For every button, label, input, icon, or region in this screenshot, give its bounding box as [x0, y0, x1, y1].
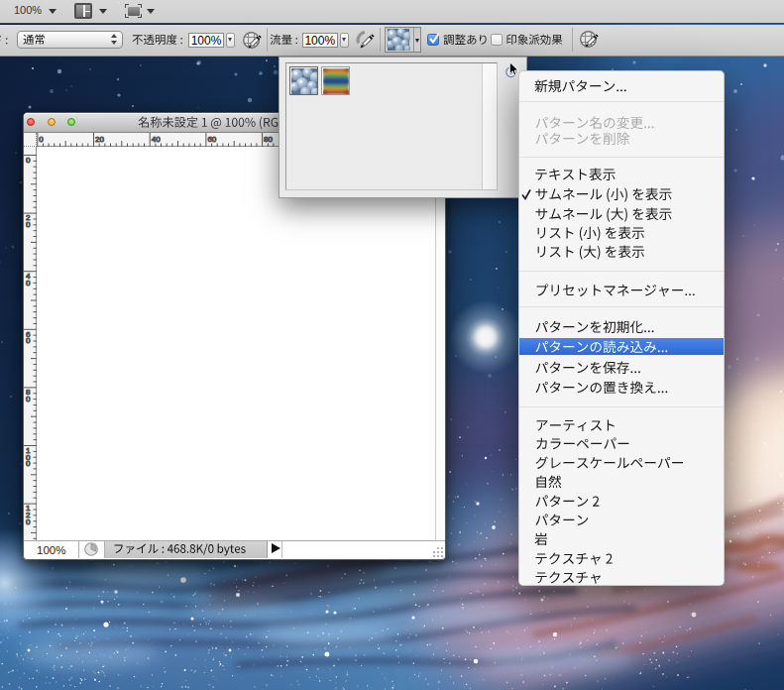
svg-text:0: 0 — [26, 395, 31, 403]
svg-text:0: 0 — [26, 220, 31, 229]
svg-text:0: 0 — [26, 336, 31, 345]
svg-text:20: 20 — [95, 135, 104, 144]
svg-text:80: 80 — [264, 135, 273, 144]
svg-text:0: 0 — [26, 279, 31, 288]
svg-text:60: 60 — [207, 135, 216, 144]
svg-text:0: 0 — [39, 135, 44, 144]
svg-text:0: 0 — [26, 156, 31, 165]
svg-text:40: 40 — [152, 135, 161, 144]
svg-text:0: 0 — [26, 518, 31, 526]
svg-text:0: 0 — [26, 459, 31, 468]
